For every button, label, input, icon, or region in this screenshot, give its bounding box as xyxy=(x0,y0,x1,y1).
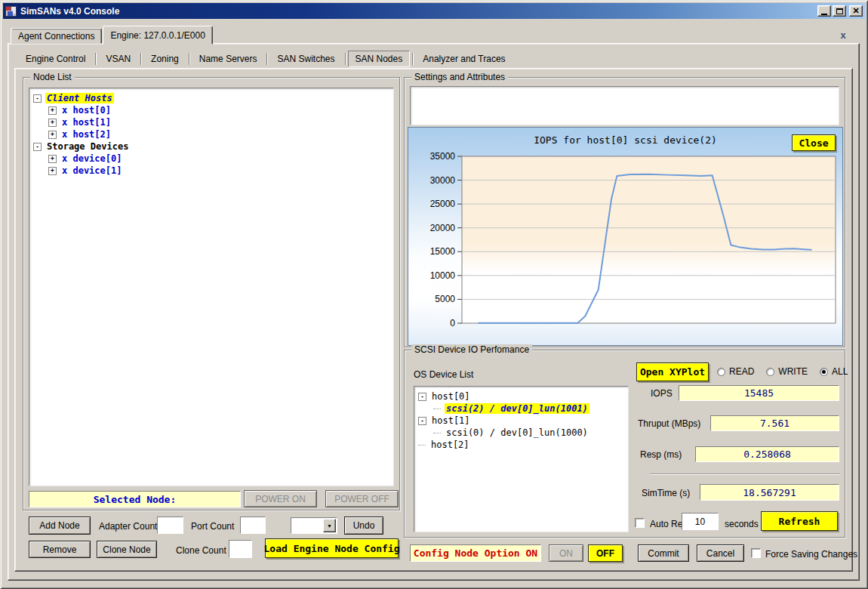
tab-vsan[interactable]: VSAN xyxy=(98,51,138,67)
radio-all[interactable]: ALL xyxy=(820,366,848,377)
os-device-item-label[interactable]: scsi(0) / dev[0]_lun(1000) xyxy=(445,427,589,438)
minimize-icon xyxy=(821,14,827,15)
node-list-item-label[interactable]: x host[0] xyxy=(60,105,112,116)
radio-icon[interactable] xyxy=(717,368,725,376)
close-button[interactable]: ✕ xyxy=(849,5,863,17)
clone-count-input[interactable] xyxy=(229,540,252,558)
tree-expand-icon[interactable]: + xyxy=(48,106,57,115)
simtime-label: SimTime (s) xyxy=(642,488,690,498)
node-list-row-storage-devices[interactable]: -Storage Devices xyxy=(32,140,391,153)
undo-button[interactable]: Undo xyxy=(344,517,383,535)
load-engine-node-config-button[interactable]: Load Engine Node Config xyxy=(265,538,399,558)
os-device-row-host-0[interactable]: -host[0] xyxy=(417,390,626,402)
y-tick-label: 35000 xyxy=(430,151,456,162)
tree-collapse-icon[interactable]: - xyxy=(418,393,426,401)
settings-textbox[interactable] xyxy=(410,86,839,125)
y-tick-label: 15000 xyxy=(430,246,456,257)
settings-attributes-group-label: Settings and Attributes xyxy=(411,72,508,82)
tree-collapse-icon[interactable]: - xyxy=(418,417,426,425)
scsi-io-performance-group-label: SCSI Device IO Perfomance xyxy=(411,344,532,355)
y-tick-label: 25000 xyxy=(430,199,456,209)
port-count-label: Port Count xyxy=(191,521,234,532)
tab-san-nodes[interactable]: SAN Nodes xyxy=(348,51,411,67)
maximize-button[interactable] xyxy=(833,5,846,17)
config-on-button[interactable]: ON xyxy=(549,544,583,562)
close-icon: ✕ xyxy=(852,7,859,15)
add-node-button[interactable]: Add Node xyxy=(29,517,91,535)
force-saving-label[interactable]: Force Saving Changes xyxy=(765,549,857,560)
node-list-item-label[interactable]: Client Hosts xyxy=(45,93,114,103)
os-device-list-tree: -host[0]scsi(2) / dev[0]_lun(1001)-host[… xyxy=(414,386,629,532)
node-list-item-label[interactable]: x device[1] xyxy=(60,165,123,176)
title-bar[interactable]: SimSANs v4.0 Console ✕ xyxy=(3,3,865,19)
app-icon xyxy=(5,6,17,17)
os-device-row-scsi-0-dev-0-lun-1000[interactable]: scsi(0) / dev[0]_lun(1000) xyxy=(417,427,626,439)
tab-zoning[interactable]: Zoning xyxy=(143,51,186,67)
cancel-button[interactable]: Cancel xyxy=(697,544,744,562)
port-count-input[interactable] xyxy=(240,517,266,534)
node-list-row-x-host-0[interactable]: +x host[0] xyxy=(32,104,391,116)
node-list-item-label[interactable]: Storage Devices xyxy=(45,141,130,152)
force-saving-checkbox[interactable] xyxy=(751,548,761,558)
radio-label[interactable]: WRITE xyxy=(778,366,808,377)
tree-expand-icon[interactable]: + xyxy=(48,131,57,139)
config-off-button[interactable]: OFF xyxy=(588,544,623,562)
open-xyplot-button[interactable]: Open XYPlot xyxy=(636,362,709,381)
radio-label[interactable]: READ xyxy=(729,366,754,377)
radio-label[interactable]: ALL xyxy=(832,366,848,377)
refresh-interval-input[interactable] xyxy=(682,513,719,530)
node-list-item-label[interactable]: x host[1] xyxy=(60,117,112,128)
os-device-item-label[interactable]: scsi(2) / dev[0]_lun(1001) xyxy=(445,403,589,414)
node-list-item-label[interactable]: x device[0] xyxy=(60,153,123,164)
tree-collapse-icon[interactable]: - xyxy=(33,94,42,103)
tab-separator xyxy=(345,53,346,65)
tab-name-servers[interactable]: Name Servers xyxy=(192,51,265,67)
node-list-row-client-hosts[interactable]: -Client Hosts xyxy=(32,92,391,104)
tab-separator xyxy=(95,53,96,65)
node-list-item-label[interactable]: x host[2] xyxy=(60,129,112,140)
resp-label: Resp (ms) xyxy=(640,449,682,460)
adapter-count-input[interactable] xyxy=(157,517,183,534)
tab-analyzer-and-traces[interactable]: Analyzer and Traces xyxy=(415,51,512,67)
node-list-row-x-host-2[interactable]: +x host[2] xyxy=(32,128,391,140)
os-device-item-label[interactable]: host[2] xyxy=(429,439,471,450)
tree-expand-icon[interactable]: + xyxy=(48,155,57,163)
selected-node-field: Selected Node: xyxy=(29,491,241,507)
chevron-down-icon[interactable]: ▼ xyxy=(323,519,336,532)
chart-close-button[interactable]: Close xyxy=(792,134,836,151)
os-device-list-label: OS Device List xyxy=(414,369,473,380)
tree-collapse-icon[interactable]: - xyxy=(33,143,42,151)
tab-engine-127-0-0-1-e000[interactable]: Engine: 127.0.0.1/E000 xyxy=(103,26,212,45)
node-list-row-x-host-1[interactable]: +x host[1] xyxy=(32,116,391,128)
minimize-button[interactable] xyxy=(817,5,831,17)
tab-engine-control[interactable]: Engine Control xyxy=(18,51,93,67)
power-on-button[interactable]: POWER ON xyxy=(244,490,317,507)
remove-button[interactable]: Remove xyxy=(29,541,91,558)
os-device-row-host-2[interactable]: host[2] xyxy=(417,439,626,451)
os-device-item-label[interactable]: host[0] xyxy=(430,391,472,402)
refresh-button[interactable]: Refresh xyxy=(761,511,838,531)
config-node-option-status: Config Node Option ON xyxy=(410,544,541,562)
radio-icon[interactable] xyxy=(766,368,774,376)
clone-node-button[interactable]: Clone Node xyxy=(97,541,157,558)
application-window: SimSANs v4.0 Console ✕ Agent Connections… xyxy=(0,0,868,589)
radio-selected-icon[interactable] xyxy=(820,368,828,376)
radio-write[interactable]: WRITE xyxy=(766,366,808,377)
tree-expand-icon[interactable]: + xyxy=(48,167,57,175)
node-list-row-x-device-1[interactable]: +x device[1] xyxy=(32,165,391,177)
os-device-row-host-1[interactable]: -host[1] xyxy=(417,415,626,427)
thruput-value-field: 7.561 xyxy=(710,415,839,431)
radio-read[interactable]: READ xyxy=(717,366,754,377)
tab-san-switches[interactable]: SAN Switches xyxy=(269,51,342,67)
os-device-item-label[interactable]: host[1] xyxy=(430,415,472,426)
window-title: SimSANs v4.0 Console xyxy=(20,6,817,17)
auto-refresh-checkbox[interactable] xyxy=(635,518,645,528)
tree-expand-icon[interactable]: + xyxy=(48,119,57,127)
tab-agent-connections[interactable]: Agent Connections xyxy=(11,28,102,44)
node-list-row-x-device-0[interactable]: +x device[0] xyxy=(32,153,391,165)
node-type-dropdown[interactable]: ▼ xyxy=(291,517,337,534)
engine-tab-close-button[interactable]: x xyxy=(838,30,848,41)
power-off-button[interactable]: POWER OFF xyxy=(325,490,399,507)
commit-button[interactable]: Commit xyxy=(638,544,689,562)
os-device-row-scsi-2-dev-0-lun-1001[interactable]: scsi(2) / dev[0]_lun(1001) xyxy=(417,402,626,415)
